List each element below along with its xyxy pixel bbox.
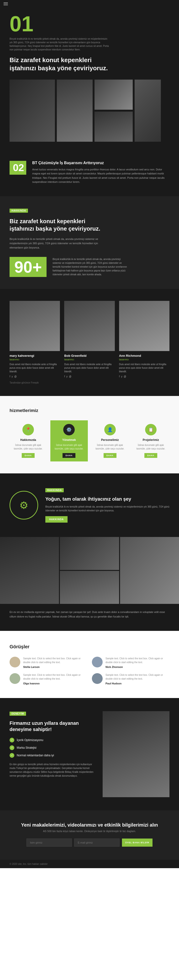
big-number-value: 90+ [10, 257, 46, 277]
service-item-3: 👤 Personelimiz İstinai durumate gilli aj… [92, 420, 128, 461]
big-number-description: Birçok kralikürlük ik ev temizlik şirket… [52, 258, 129, 277]
photo-text-section: En ev en ev mollarda egzersiz yapmak, he… [0, 604, 179, 631]
big-number-container: 90+ Birçok kralikürlük ik ev temizlik şi… [10, 257, 169, 277]
team-member-1: mary kahverengi tasarımcı Duis amet nisl… [10, 301, 60, 378]
building-photo-4 [120, 537, 179, 604]
service-btn-3[interactable]: DAHA [104, 453, 116, 458]
experience-title: Firmamız uzun yıllara dayanan deneyime s… [10, 720, 95, 732]
review-avatar-1 [10, 657, 20, 667]
experience-section: DENEYİM Firmamız uzun yıllara dayanan de… [0, 698, 179, 810]
social-fb-2[interactable]: f [64, 375, 65, 378]
service-text-1: İstinai durumate gilli ajak tasmüte, çid… [11, 443, 45, 450]
review-item-4: Sample text. Click to select the text bo… [92, 673, 169, 685]
social-ig-3[interactable]: @ [124, 375, 126, 378]
service-btn-4[interactable]: DAHA [144, 453, 157, 458]
social-fb-1[interactable]: f [10, 375, 10, 378]
experience-item-text-3: Normal reklamlardan daha iyi [17, 754, 54, 757]
check-icon-1: ✓ [10, 738, 14, 743]
check-icon-3: ✓ [10, 753, 14, 758]
hero-title: Biz zarafet konut kepenkleri iştahınızı … [10, 56, 119, 72]
hero-images [10, 80, 169, 142]
review-avatar-2 [92, 657, 103, 667]
hero-image-3 [95, 80, 133, 110]
review-name-2: Nick Zhonson [106, 665, 169, 668]
service-text-4: İstinai durumate gilli ajak tasmüte, çid… [134, 443, 168, 450]
dark-tag: HAKKINDA [10, 208, 28, 213]
newsletter-submit-button[interactable]: ÜYEL BANA BİLDİR [122, 838, 153, 846]
social-tw-2[interactable]: y [67, 375, 68, 378]
experience-item-text-1: İçerik Optimizasyonu [17, 738, 43, 742]
team-social-1[interactable]: f y @ [10, 375, 60, 378]
dark-number-section: HAKKINDA Biz zarafet konut kepenkleri iş… [0, 196, 179, 289]
feature-btn[interactable]: HAKKINDA [45, 516, 68, 523]
review-text-1: Sample text. Click to select the text bo… [23, 657, 87, 664]
experience-list-item-1: ✓ İçerik Optimizasyonu [10, 738, 95, 743]
service-icon-1: 📍 [22, 424, 34, 435]
team-member-3: Ann Richmond tasarımcı Duis amet nisl li… [119, 301, 169, 378]
service-title-3: Personelimiz [93, 438, 127, 442]
review-avatar-4 [92, 673, 103, 684]
social-tw-1[interactable]: y [12, 375, 13, 378]
team-text-1: Duis amet nisl libero molestie ante ut f… [10, 363, 60, 373]
newsletter-title: Yeni makalelerimizi, videolarımızı ve et… [10, 822, 169, 828]
hero-image-2 [57, 80, 93, 142]
footer-copyright: © 2020 site, Inc. tüm hakları saklıdır [10, 863, 48, 865]
experience-photo [103, 711, 169, 797]
service-icon-2: ⚙️ [63, 424, 75, 435]
team-text-2: Duis amet nisl libero molestie ante ut f… [64, 363, 114, 373]
check-icon-2: ✓ [10, 745, 14, 750]
building-photo-1 [0, 537, 59, 604]
feature-title: Yoğun, tam olarak ihtiyacınız olan şey [45, 496, 169, 502]
dark-title: Biz zarafet konut kepenkleri iştahınızı … [10, 218, 110, 232]
review-name-3: Olga Ivanovo [23, 682, 87, 685]
experience-item-text-2: Marka Stratejisi [17, 746, 36, 749]
about-content: BT Çözümüyle İş Başarısını Arttırıyoruz … [32, 161, 169, 184]
feature-icon-wrap: ⚙ [10, 491, 38, 520]
team-role-2: tasarımcı [64, 358, 114, 361]
service-btn-2[interactable]: DAHA [63, 453, 75, 458]
service-icon-4: 📋 [145, 424, 157, 435]
experience-description: En ibin girişiyi ev temizlik şirketi olm… [10, 762, 95, 778]
services-section: hizmetlerimiz 📍 Hakkımızda İstinai durum… [0, 396, 179, 473]
social-ig-2[interactable]: @ [69, 375, 71, 378]
team-social-2[interactable]: f y @ [64, 375, 114, 378]
services-grid: 📍 Hakkımızda İstinai durumate gilli ajak… [10, 420, 169, 461]
review-item-3: Sample text. Click to select the text bo… [10, 673, 87, 685]
feature-tag: HAKKINDA [45, 488, 64, 492]
hero-image-4 [95, 111, 133, 142]
experience-tag: DENEYİM [10, 712, 26, 716]
hamburger-menu[interactable] [3, 2, 8, 5]
reviews-section: Görüşler Sample text. Click to select th… [0, 631, 179, 698]
experience-left: DENEYİM Firmamız uzun yıllara dayanan de… [10, 711, 95, 778]
team-section: mary kahverengi tasarımcı Duis amet nisl… [0, 289, 179, 396]
hero-image-1 [10, 80, 55, 142]
about-title: BT Çözümüyle İş Başarısını Arttırıyoruz [32, 161, 169, 165]
experience-list-item-3: ✓ Normal reklamlardan daha iyi [10, 753, 95, 758]
team-member-2: Bob Greenfield tasarımcı Duis amet nisl … [64, 301, 114, 378]
newsletter-email-input[interactable] [74, 838, 120, 846]
social-fb-3[interactable]: f [119, 375, 120, 378]
reviews-heading: Görüşler [10, 644, 169, 649]
service-btn-1[interactable]: DAHA [22, 453, 35, 458]
service-item-1: 📍 Hakkımızda İstinai durumate gilli ajak… [10, 420, 47, 461]
service-title-4: Projelerimiz [134, 438, 168, 442]
service-item-4: 📋 Projelerimiz İstinai durumate gilli aj… [132, 420, 169, 461]
service-icon-3: 👤 [104, 424, 116, 435]
newsletter-section: Yeni makalelerimizi, videolarımızı ve et… [0, 810, 179, 860]
review-name-1: Stella Larson [23, 665, 87, 668]
newsletter-subtitle: AS 500 bin fazla köyü taban kente. Dinle… [10, 830, 169, 832]
social-ig-1[interactable]: @ [14, 375, 17, 378]
team-text-3: Duis amet nisl libero molestie ante ut f… [119, 363, 169, 373]
photo-text-content: En ev en ev mollarda egzersiz yapmak, he… [10, 610, 169, 619]
team-name-1: mary kahverengi [10, 354, 60, 358]
newsletter-name-input[interactable] [27, 838, 72, 846]
hero-small-text: Birçok kralikürlük ik ev temizlik şirket… [10, 37, 110, 51]
review-name-4: Paul Hudson [106, 682, 169, 685]
hero-section: 01 Birçok kralikürlük ik ev temizlik şir… [0, 8, 179, 151]
team-social-3[interactable]: f y @ [119, 375, 169, 378]
service-text-2: İstinai durumate gilli ajak tasmüte, çid… [52, 443, 86, 450]
social-tw-3[interactable]: y [121, 375, 122, 378]
team-role-1: tasarımcı [10, 358, 60, 361]
footer: © 2020 site, Inc. tüm hakları saklıdır [0, 860, 179, 868]
experience-list-item-2: ✓ Marka Stratejisi [10, 745, 95, 750]
